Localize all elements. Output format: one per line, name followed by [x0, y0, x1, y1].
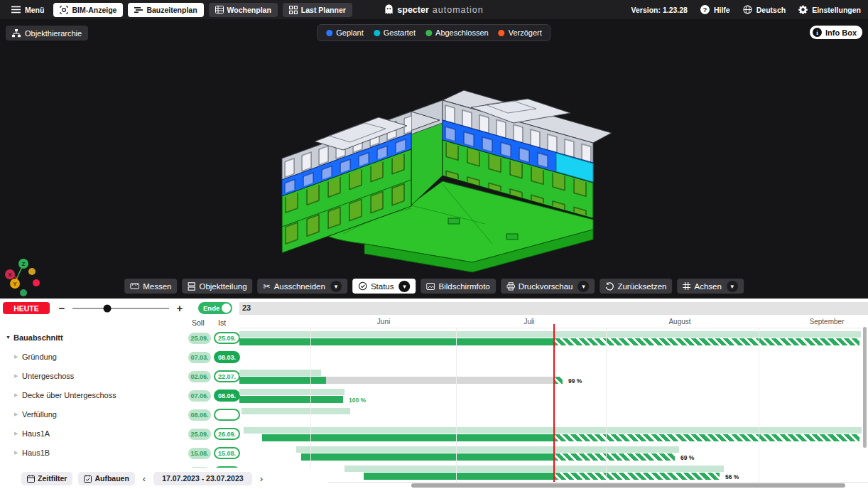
gantt-bar-solid[interactable]	[364, 473, 553, 480]
menu-button[interactable]: Menü	[7, 6, 48, 14]
expand-arrow-icon[interactable]: ▶	[14, 412, 18, 417]
ende-toggle[interactable]: Ende	[198, 302, 232, 314]
prev-week-button[interactable]: ‹	[141, 473, 148, 484]
ist-date-pill[interactable]: 26.09.	[214, 428, 240, 440]
ist-date-pill[interactable]: 08.03.	[214, 351, 240, 363]
ist-date-pill[interactable]: 08.06.	[214, 389, 240, 402]
ist-date-pill[interactable]: 22.07.	[214, 370, 240, 382]
soll-date-pill[interactable]: 07.06.	[188, 390, 211, 402]
zoom-slider[interactable]	[72, 308, 169, 309]
ist-date-pill[interactable]: 25.09.	[214, 332, 240, 344]
gantt-row[interactable]: ▶Decke über Untergeschoss07.06.08.06.100…	[0, 386, 868, 405]
soll-date-pill[interactable]: 25.09.	[188, 333, 211, 344]
gantt-bar-solid[interactable]	[262, 434, 553, 441]
gantt-bar-soll[interactable]	[239, 331, 861, 338]
gantt-row[interactable]: ▶Untergeschoss02.06.22.07.99 %	[0, 367, 868, 386]
row-label[interactable]: Verfüllung	[22, 410, 57, 419]
row-label[interactable]: Untergeschoss	[22, 372, 74, 380]
gantt-bar-hatch[interactable]	[553, 434, 859, 441]
row-label[interactable]: Haus1A	[22, 429, 50, 438]
axes-gizmo[interactable]: Z X Y	[1, 252, 51, 299]
zoom-slider-knob[interactable]	[103, 304, 111, 312]
gantt-bar-solid[interactable]	[239, 338, 553, 345]
gantt-bar-gray[interactable]	[326, 377, 553, 384]
language-button[interactable]: Deutsch	[743, 5, 786, 14]
gantt-bar-solid[interactable]	[239, 377, 326, 384]
bildschirmfoto-button[interactable]: Bildschirmfoto	[421, 279, 496, 294]
viewer-3d[interactable]: Objekthierarchie Geplant Gestartet Abges…	[0, 19, 868, 299]
status-dropdown[interactable]: ▾	[399, 281, 411, 292]
axis-neg-y-handle[interactable]	[28, 268, 36, 275]
date-range-button[interactable]: 17.07.2023 - 23.07.2023	[153, 472, 251, 485]
objektteilung-button[interactable]: Objektteilung	[182, 279, 252, 294]
column-header-ist: Ist	[218, 318, 226, 327]
ausschneiden-button[interactable]: ✂ Ausschneiden ▾	[258, 279, 347, 294]
language-label: Deutsch	[756, 6, 786, 14]
nav-last-planner[interactable]: Last Planner	[283, 3, 352, 17]
bim-building-model[interactable]	[272, 76, 613, 274]
gantt-row[interactable]: ▼Bauabschnitt25.09.25.09.	[0, 328, 868, 348]
expand-arrow-icon[interactable]: ▶	[14, 392, 18, 398]
expand-arrow-icon[interactable]: ▶	[14, 450, 18, 456]
horizontal-scrollbar[interactable]	[411, 483, 845, 488]
gantt-bar-soll[interactable]	[239, 370, 321, 376]
gantt-row[interactable]: ▶Haus1B15.08.15.08.69 %	[0, 444, 868, 463]
soll-date-pill[interactable]: 02.06.	[188, 371, 211, 382]
nav-bim-anzeige[interactable]: BIM-Anzeige	[53, 3, 123, 17]
gantt-bar-solid[interactable]	[301, 453, 553, 461]
today-button[interactable]: HEUTE	[3, 302, 50, 314]
gantt-bar-soll[interactable]	[296, 446, 679, 453]
axis-neg-z-handle[interactable]	[20, 289, 27, 296]
settings-button[interactable]: Einstellungen	[798, 5, 861, 14]
gantt-row[interactable]: ▶Verfüllung08.06.	[0, 405, 868, 424]
vertical-scrollbar[interactable]	[863, 327, 867, 448]
info-box-button[interactable]: i Info Box	[810, 26, 862, 39]
gantt-bar-hatch[interactable]	[553, 473, 720, 480]
help-icon: ?	[700, 5, 710, 14]
soll-date-pill[interactable]: 15.08.	[188, 448, 211, 459]
druckvorschau-button[interactable]: Druckvorschau ▾	[501, 279, 595, 294]
gantt-bar-hatch[interactable]	[553, 453, 675, 461]
status-button[interactable]: Status ▾	[352, 279, 416, 294]
row-label[interactable]: Bauabschnitt	[13, 333, 63, 342]
object-hierarchy-button[interactable]: Objekthierarchie	[6, 26, 88, 41]
collapse-arrow-icon[interactable]: ▼	[6, 335, 11, 340]
row-label[interactable]: Haus1B	[22, 448, 50, 457]
soll-date-pill[interactable]: 08.06.	[188, 409, 211, 421]
zoom-in-button[interactable]: +	[175, 302, 185, 314]
gantt-bar-soll[interactable]	[345, 466, 724, 472]
gantt-row[interactable]: ▶Gründung07.03.08.03.	[0, 348, 868, 367]
next-week-button[interactable]: ›	[258, 473, 265, 484]
axis-neg-x-handle[interactable]	[33, 279, 40, 286]
soll-date-pill[interactable]: 07.03.	[188, 352, 211, 363]
gantt-bar-solid[interactable]	[239, 396, 343, 403]
grid-icon	[289, 6, 298, 14]
gantt-bar-soll[interactable]	[244, 427, 862, 434]
achsen-button[interactable]: Achsen ▾	[677, 279, 743, 294]
ist-date-pill[interactable]: 15.08.	[214, 447, 240, 459]
messen-button[interactable]: Messen	[124, 279, 177, 294]
row-label[interactable]: Decke über Untergeschoss	[22, 391, 116, 399]
expand-arrow-icon[interactable]: ▶	[14, 373, 18, 379]
expand-arrow-icon[interactable]: ▶	[14, 354, 18, 360]
ausschneiden-dropdown[interactable]: ▾	[330, 281, 342, 292]
nav-bauzeitenplan[interactable]: Bauzeitenplan	[128, 3, 203, 17]
zuruecksetzen-button[interactable]: Zurücksetzen	[600, 279, 672, 294]
druckvorschau-dropdown[interactable]: ▾	[577, 281, 589, 292]
zeitfilter-button[interactable]: Zeitfilter	[21, 472, 72, 485]
gantt-bar-soll[interactable]	[242, 408, 350, 414]
expand-arrow-icon[interactable]: ▶	[14, 431, 18, 436]
gantt-bar-hatch[interactable]	[553, 338, 859, 345]
gantt-bar-soll[interactable]	[239, 389, 345, 395]
soll-date-pill[interactable]: 25.09.	[188, 429, 211, 440]
progress-label: 100 %	[349, 397, 366, 404]
aufbauen-button[interactable]: Aufbauen	[78, 472, 134, 485]
timeline-week-band[interactable]: 23	[239, 302, 868, 315]
achsen-dropdown[interactable]: ▾	[727, 281, 738, 292]
row-label[interactable]: Gründung	[22, 353, 57, 361]
nav-wochenplan[interactable]: Wochenplan	[209, 3, 278, 17]
help-button[interactable]: ? Hilfe	[700, 5, 730, 14]
gantt-row[interactable]: ▶Haus1A25.09.26.09.	[0, 424, 868, 444]
zoom-out-button[interactable]: −	[57, 302, 67, 314]
ist-date-pill[interactable]	[214, 409, 240, 421]
